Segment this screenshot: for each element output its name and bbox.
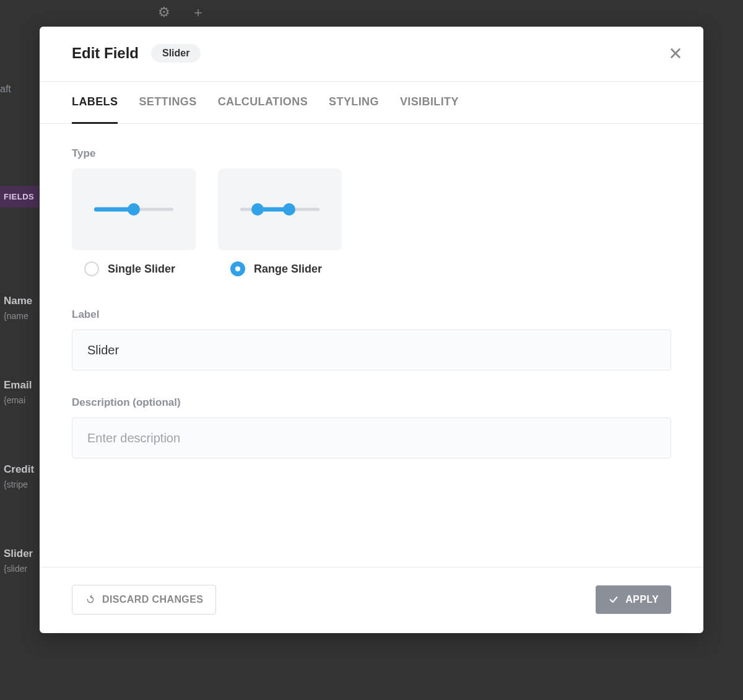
bg-item-name: Name {name	[4, 295, 32, 321]
radio-range-slider[interactable]	[230, 261, 245, 276]
bg-item-email: Email {emai	[4, 379, 32, 405]
bg-fields-badge: FIELDS	[0, 186, 39, 208]
description-input[interactable]	[72, 418, 671, 458]
label-input[interactable]	[72, 330, 671, 370]
close-icon	[669, 46, 682, 60]
range-slider-preview	[218, 168, 342, 250]
bg-item-credit: Credit {stripe	[4, 463, 34, 489]
modal-chip: Slider	[151, 44, 201, 63]
apply-button[interactable]: APPLY	[596, 585, 671, 614]
tab-labels[interactable]: LABELS	[72, 95, 118, 124]
check-icon	[608, 595, 619, 605]
tab-visibility[interactable]: VISIBILITY	[400, 95, 459, 124]
edit-field-modal: Edit Field Slider LABELS SETTINGS CALCUL…	[40, 27, 703, 633]
radio-single-label: Single Slider	[108, 263, 175, 276]
tab-calculations[interactable]: CALCULATIONS	[218, 95, 308, 124]
type-options: Single Slider Range Slider	[72, 168, 671, 276]
label-section-label: Label	[72, 308, 671, 321]
modal-title: Edit Field	[72, 45, 139, 62]
bg-toolbar-icons: ⚙ ＋	[158, 0, 205, 25]
label-form-group: Label	[72, 308, 671, 370]
bg-draft-label: aft	[0, 84, 11, 95]
radio-single-slider[interactable]	[84, 261, 99, 276]
type-section-label: Type	[72, 147, 671, 160]
modal-footer: DISCARD CHANGES APPLY	[40, 567, 703, 633]
tab-settings[interactable]: SETTINGS	[139, 95, 196, 124]
description-form-group: Description (optional)	[72, 396, 671, 458]
description-section-label: Description (optional)	[72, 396, 671, 409]
radio-range-label: Range Slider	[254, 263, 322, 276]
close-button[interactable]	[669, 46, 682, 60]
discard-button[interactable]: DISCARD CHANGES	[72, 585, 216, 615]
type-option-range[interactable]: Range Slider	[218, 168, 342, 276]
apply-button-label: APPLY	[625, 594, 659, 605]
discard-button-label: DISCARD CHANGES	[102, 594, 203, 605]
gear-icon: ⚙	[158, 0, 170, 25]
plus-icon: ＋	[191, 0, 205, 25]
single-slider-preview	[72, 168, 196, 250]
modal-body: Type Single Slider	[40, 124, 703, 567]
undo-icon	[85, 595, 96, 605]
tab-styling[interactable]: STYLING	[329, 95, 379, 124]
modal-header: Edit Field Slider	[40, 27, 703, 82]
bg-item-slider: Slider {slider	[4, 548, 33, 574]
type-option-single[interactable]: Single Slider	[72, 168, 196, 276]
tabs: LABELS SETTINGS CALCULATIONS STYLING VIS…	[40, 82, 703, 124]
